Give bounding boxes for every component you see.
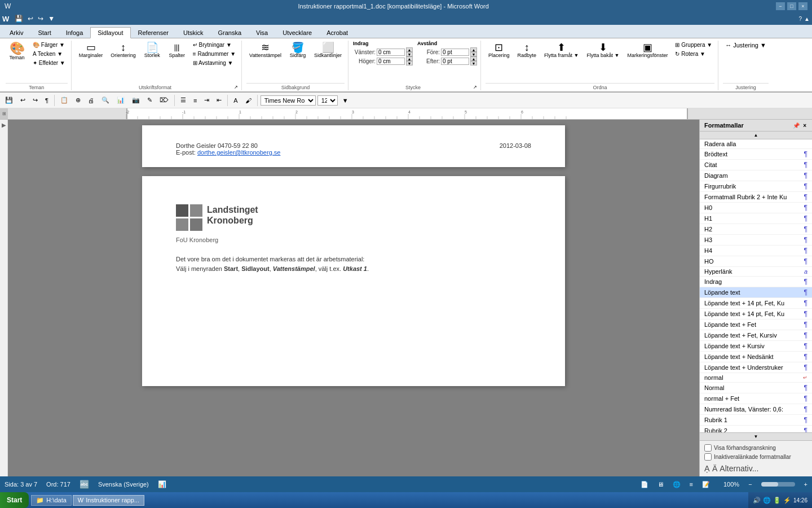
style-radera-alla[interactable]: Radera alla xyxy=(700,139,812,149)
style-citat[interactable]: Citat ¶ xyxy=(700,160,812,170)
style-lopande-nedsankt[interactable]: Löpande text + Nedsänkt ¶ xyxy=(700,352,812,362)
style-brodtext[interactable]: Brödtext ¶ xyxy=(700,149,812,160)
rotera-button[interactable]: ↻ Rotera ▼ xyxy=(673,50,714,58)
brytningar-button[interactable]: ↵ Brytningar ▼ xyxy=(191,41,238,49)
style-lopande-text[interactable]: Löpande text ¶ xyxy=(700,287,812,298)
toolbar-btn7[interactable]: 📷 xyxy=(129,95,143,106)
markeringsfönster-button[interactable]: ▣ Markeringsfönster xyxy=(624,41,670,60)
style-lopande-kursiv[interactable]: Löpande text + Kursiv ¶ xyxy=(700,341,812,352)
spell-check-icon[interactable]: 🔤 xyxy=(80,480,89,489)
vattenstampel-button[interactable]: ≋ Vattenstämpel xyxy=(246,41,284,60)
radbyte-button[interactable]: ↕ Radbyte xyxy=(515,41,540,60)
styles-panel-close-btn[interactable]: × xyxy=(802,122,807,129)
inaktivera-checkbox-label[interactable]: Inaktiveralänkade formatmallar xyxy=(704,453,807,461)
tab-start[interactable]: Start xyxy=(30,27,58,38)
ribbon-minimize-icon[interactable]: ▲ xyxy=(804,16,810,22)
spalter-button[interactable]: ⫼ Spalter xyxy=(166,41,188,60)
toolbar-btn3[interactable]: ⊕ xyxy=(73,95,83,106)
tray-icon-4[interactable]: ⚡ xyxy=(783,497,791,504)
flytta-bakat-button[interactable]: ⬇ Flytta bakåt ▼ xyxy=(584,41,623,60)
marginaler-button[interactable]: ▭ Marginaler xyxy=(76,41,106,60)
zoom-slider[interactable] xyxy=(761,482,795,487)
tab-utvecklare[interactable]: Utvecklare xyxy=(275,27,319,38)
language-label[interactable]: Svenska (Sverige) xyxy=(98,481,149,488)
tab-visa[interactable]: Visa xyxy=(249,27,275,38)
font-name-select[interactable]: Times New Ro xyxy=(261,95,316,106)
taskbar-item-folder[interactable]: 📁 H:\data xyxy=(31,495,71,506)
close-button[interactable]: × xyxy=(798,2,807,10)
avstand-fore-spinner[interactable]: ▲ ▼ xyxy=(470,47,477,56)
view-outline-btn[interactable]: ≡ xyxy=(690,481,693,488)
style-lopande-14-1[interactable]: Löpande text + 14 pt, Fet, Ku ¶ xyxy=(700,298,812,309)
forhandsgranskning-checkbox[interactable] xyxy=(704,444,712,452)
style-h4[interactable]: H4 ¶ xyxy=(700,246,812,256)
save-toolbar-btn[interactable]: 💾 xyxy=(2,95,16,106)
storlek-button[interactable]: 📄 Storlek xyxy=(141,41,164,60)
orientering-button[interactable]: ↕ Orientering xyxy=(108,41,139,60)
toolbar-btn6[interactable]: 📊 xyxy=(114,95,127,106)
style-lopande-understruker[interactable]: Löpande text + Understruker ¶ xyxy=(700,362,812,373)
tecken-button[interactable]: A Tecken ▼ xyxy=(30,50,68,58)
tab-referenser[interactable]: Referenser xyxy=(131,27,176,38)
toolbar-btn5[interactable]: 🔍 xyxy=(99,95,112,106)
tab-infoga[interactable]: Infoga xyxy=(59,27,91,38)
style-lopande-fet-kursiv[interactable]: Löpande text + Fet, Kursiv ¶ xyxy=(700,330,812,341)
zoom-out-btn[interactable]: − xyxy=(748,481,752,488)
document-scroll-area[interactable]: Dorthe Geisler 0470-59 22 80 E-post: dor… xyxy=(8,120,699,476)
redo-quick-btn[interactable]: ↪ xyxy=(37,14,45,23)
tab-utskick[interactable]: Utskick xyxy=(176,27,210,38)
minimize-button[interactable]: − xyxy=(776,2,785,10)
styles-list[interactable]: Radera alla Brödtext ¶ Citat ¶ Diagram ¶… xyxy=(700,139,812,432)
justering-button[interactable]: ↔ Justering ▼ xyxy=(723,41,769,50)
tab-acrobat[interactable]: Acrobat xyxy=(319,27,355,38)
undo-toolbar-btn[interactable]: ↩ xyxy=(17,95,28,106)
style-diagram[interactable]: Diagram ¶ xyxy=(700,170,812,181)
placering-button[interactable]: ⊡ Placering xyxy=(486,41,513,60)
indent-inc-btn[interactable]: ⇥ xyxy=(201,95,212,106)
style-hyperlank[interactable]: Hyperlänk a xyxy=(700,267,812,277)
utskrift-expand-icon[interactable]: ↗ xyxy=(234,85,238,90)
forhandsgranskning-checkbox-label[interactable]: Visa förhandsgranskning xyxy=(704,444,807,452)
style-rubrik2[interactable]: Rubrik 2 ¶ xyxy=(700,426,812,432)
inaktivera-checkbox[interactable] xyxy=(704,453,712,461)
undo-quick-btn[interactable]: ↩ xyxy=(27,14,34,23)
tab-arkiv[interactable]: Arkiv xyxy=(2,27,30,38)
manage-styles-btn[interactable]: Ä xyxy=(712,464,717,473)
sidfarg-button[interactable]: 🪣 Sidfärg xyxy=(286,41,309,60)
styles-options-btn[interactable]: Alternativ... xyxy=(720,464,758,473)
zoom-in-btn[interactable]: + xyxy=(804,481,807,488)
toggle-para-btn[interactable]: ¶ xyxy=(42,95,51,106)
flytta-framt-button[interactable]: ⬆ Flytta framåt ▼ xyxy=(541,41,581,60)
radnummer-button[interactable]: ≡ Radnummer ▼ xyxy=(191,50,238,58)
effekter-button[interactable]: ✦ Effekter ▼ xyxy=(30,59,68,67)
email-link[interactable]: dorthe.geisler@ltkronoberg.se xyxy=(197,149,281,156)
toolbar-btn2[interactable]: 📋 xyxy=(58,95,71,106)
style-lopande-14-2[interactable]: Löpande text + 14 pt, Fet, Ku ¶ xyxy=(700,309,812,319)
style-numrerad-lista[interactable]: Numrerad lista, Vänster: 0,6: ¶ xyxy=(700,404,812,415)
style-ho[interactable]: HO ¶ xyxy=(700,256,812,267)
sidkantlinjer-button[interactable]: ⬜ Sidkantlinjer xyxy=(311,41,345,60)
view-draft-btn[interactable]: 📝 xyxy=(702,481,710,488)
style-indrag[interactable]: Indrag ¶ xyxy=(700,277,812,287)
toolbar-btn4[interactable]: 🖨 xyxy=(85,95,97,106)
tab-granska[interactable]: Granska xyxy=(210,27,249,38)
ruler-left-corner[interactable]: ⊞ xyxy=(0,108,8,119)
tab-sidlayout[interactable]: Sidlayout xyxy=(90,27,130,38)
style-formatmall-rubrik2[interactable]: Formatmall Rubrik 2 + Inte Ku ¶ xyxy=(700,192,812,203)
font-size-select[interactable]: 12 xyxy=(317,95,338,106)
tray-icon-3[interactable]: 🔋 xyxy=(773,497,781,504)
list-btn[interactable]: ☰ xyxy=(178,95,189,106)
new-style-btn[interactable]: Ạ xyxy=(704,464,710,473)
indrag-vanster-input[interactable] xyxy=(377,49,405,56)
redo-toolbar-btn[interactable]: ↪ xyxy=(30,95,41,106)
help-icon[interactable]: ? xyxy=(799,16,802,22)
tray-icon-2[interactable]: 🌐 xyxy=(763,497,771,504)
customize-quick-btn[interactable]: ▼ xyxy=(47,14,56,23)
indent-dec-btn[interactable]: ⇤ xyxy=(214,95,224,106)
view-print-btn[interactable]: 📄 xyxy=(641,481,648,488)
style-lopande-fet[interactable]: Löpande text + Fet ¶ xyxy=(700,319,812,330)
styles-scroll-down[interactable]: ▼ xyxy=(700,432,812,440)
taskbar-item-word[interactable]: W Instruktioner rapp... xyxy=(73,495,144,506)
hilite-btn[interactable]: 🖌 xyxy=(242,95,254,106)
style-normal-upper[interactable]: Normal ¶ xyxy=(700,383,812,393)
